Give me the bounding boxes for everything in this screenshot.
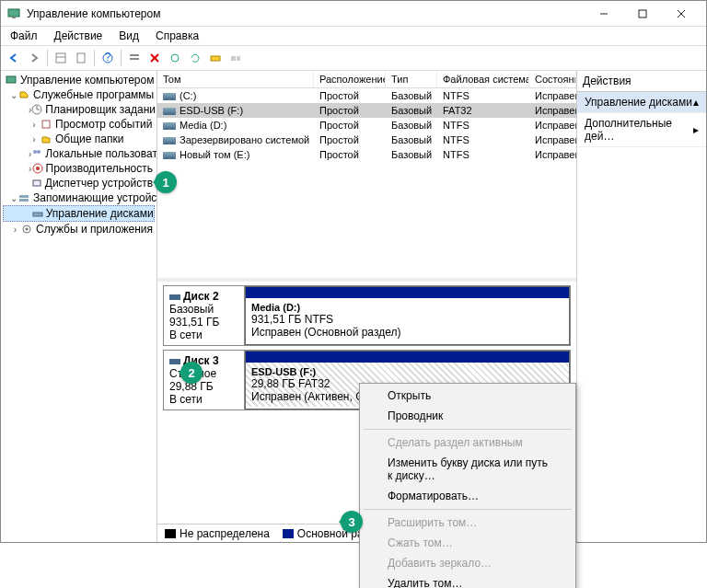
table-row[interactable]: Media (D:)ПростойБазовыйNTFSИсправен (Ос… <box>157 118 576 133</box>
actions-category[interactable]: Управление дисками▴ <box>577 92 706 113</box>
menu-explorer[interactable]: Проводник <box>362 406 574 426</box>
svg-rect-31 <box>33 213 42 216</box>
svg-point-25 <box>37 150 41 154</box>
delete-icon[interactable] <box>145 49 164 67</box>
refresh-icon[interactable] <box>186 49 204 67</box>
menu-help[interactable]: Справка <box>150 28 204 44</box>
svg-rect-6 <box>56 53 65 63</box>
tree-item[interactable]: ›Планировщик задани <box>3 102 155 117</box>
tree-group-storage[interactable]: ⌄Запоминающие устройст <box>3 190 155 205</box>
table-row[interactable]: (C:)ПростойБазовыйNTFSИсправен (Загрузка… <box>157 88 576 103</box>
column-header[interactable]: Расположение <box>314 71 386 87</box>
computer-management-window: Управление компьютером Файл Действие Вид… <box>0 0 707 543</box>
svg-rect-29 <box>19 195 29 198</box>
separator-icon <box>121 50 122 66</box>
disk-info: Диск 2 Базовый 931,51 ГБ В сети <box>164 286 245 345</box>
close-button[interactable] <box>662 2 701 26</box>
svg-rect-28 <box>33 180 41 186</box>
menu-mirror: Добавить зеркало… <box>362 553 574 573</box>
app-icon <box>6 6 21 21</box>
svg-rect-11 <box>130 54 139 56</box>
properties-button[interactable] <box>72 49 90 67</box>
separator-icon <box>94 50 95 66</box>
volume-list[interactable]: Том Расположение Тип Файловая система Со… <box>157 71 576 278</box>
expand-icon[interactable]: › <box>29 134 40 144</box>
table-row[interactable]: Зарезервировано системойПростойБазовыйNT… <box>157 133 576 147</box>
menu-view[interactable]: Вид <box>113 28 145 44</box>
annotation-callout-1: 1 <box>155 171 177 193</box>
svg-rect-8 <box>77 53 85 63</box>
svg-rect-30 <box>19 199 29 202</box>
disk-icon[interactable] <box>206 49 225 67</box>
collapse-icon[interactable]: ⌄ <box>10 90 17 100</box>
menu-make-active: Сделать раздел активным <box>362 432 574 453</box>
collapse-icon[interactable]: ⌄ <box>10 193 17 203</box>
navigation-tree[interactable]: Управление компьютером (л ⌄Служебные про… <box>1 71 157 542</box>
help-button[interactable]: ? <box>99 49 117 67</box>
menu-extend: Расширить том… <box>362 513 574 533</box>
column-header[interactable]: Том <box>157 71 314 87</box>
legend-swatch-unallocated <box>165 529 176 538</box>
volume-icon <box>163 152 176 159</box>
legend-swatch-primary <box>283 529 294 538</box>
tree-group-utilities[interactable]: ⌄Служебные программы <box>3 87 155 102</box>
menu-format[interactable]: Форматировать… <box>362 486 574 506</box>
menu-change-letter[interactable]: Изменить букву диска или путь к диску… <box>362 453 574 486</box>
minimize-button[interactable] <box>585 2 623 26</box>
content-area: Управление компьютером (л ⌄Служебные про… <box>1 71 706 542</box>
expand-icon[interactable]: › <box>10 225 20 235</box>
forward-button[interactable] <box>25 49 43 67</box>
list-icon[interactable] <box>125 49 144 67</box>
tree-item[interactable]: ›Локальные пользоват <box>3 146 155 161</box>
separator-icon <box>364 429 572 430</box>
maximize-button[interactable] <box>623 2 662 26</box>
actions-more[interactable]: Дополнительные дей…▸ <box>577 113 706 147</box>
disk-info: Диск 3 Съемное 29,88 ГБ В сети <box>164 351 245 409</box>
tree-item-disk-management[interactable]: Управление дисками <box>3 205 155 222</box>
svg-rect-12 <box>130 58 139 60</box>
svg-point-24 <box>33 150 37 154</box>
context-menu: Открыть Проводник Сделать раздел активны… <box>359 383 576 588</box>
svg-rect-1 <box>12 17 16 18</box>
partition-icon[interactable] <box>226 49 245 67</box>
tree-item[interactable]: ›Производительность <box>3 161 155 176</box>
tree-group-services[interactable]: ›Службы и приложения <box>3 222 155 236</box>
svg-point-27 <box>36 167 40 170</box>
svg-rect-23 <box>42 121 50 128</box>
column-header[interactable]: Состояние <box>529 71 576 87</box>
actions-header: Действия <box>577 71 706 92</box>
column-header[interactable]: Файловая система <box>437 71 529 87</box>
tree-item[interactable]: ›Общие папки <box>3 132 155 146</box>
column-header[interactable]: Тип <box>386 71 437 87</box>
titlebar: Управление компьютером <box>1 1 706 27</box>
actions-pane: Действия Управление дисками▴ Дополнитель… <box>577 71 706 542</box>
tree-item[interactable]: Диспетчер устройств <box>3 176 155 190</box>
expand-icon[interactable]: › <box>29 120 40 130</box>
tree-item[interactable]: ›Просмотр событий <box>3 117 155 132</box>
volume-icon <box>163 122 176 130</box>
menu-action[interactable]: Действие <box>49 28 109 44</box>
table-row[interactable]: ESD-USB (F:)ПростойБазовыйFAT32Исправен … <box>157 103 576 118</box>
table-header: Том Расположение Тип Файловая система Со… <box>157 71 576 88</box>
expand-icon: ▸ <box>693 123 699 136</box>
back-button[interactable] <box>5 49 23 67</box>
menu-open[interactable]: Открыть <box>362 386 574 406</box>
toolbar: ? <box>1 45 706 71</box>
volume-icon <box>163 108 176 115</box>
disk-row[interactable]: Диск 2 Базовый 931,51 ГБ В сети Media (D… <box>163 285 571 346</box>
table-row[interactable]: Новый том (E:)ПростойБазовыйNTFSИсправен… <box>157 147 576 162</box>
volume-icon <box>163 137 176 144</box>
svg-rect-0 <box>8 9 19 17</box>
volume-icon <box>163 93 176 100</box>
menu-file[interactable]: Файл <box>5 28 43 44</box>
svg-point-33 <box>26 228 29 231</box>
window-controls <box>585 2 701 26</box>
menu-shrink: Сжать том… <box>362 533 574 553</box>
menubar: Файл Действие Вид Справка <box>1 27 706 45</box>
svg-rect-3 <box>639 10 646 17</box>
view-button[interactable] <box>52 49 70 67</box>
menu-delete-volume[interactable]: Удалить том… <box>362 573 574 588</box>
partition[interactable]: Media (D:)931,51 ГБ NTFSИсправен (Основн… <box>245 286 570 345</box>
tree-root[interactable]: Управление компьютером (л <box>3 73 155 87</box>
settings-icon[interactable] <box>166 49 184 67</box>
